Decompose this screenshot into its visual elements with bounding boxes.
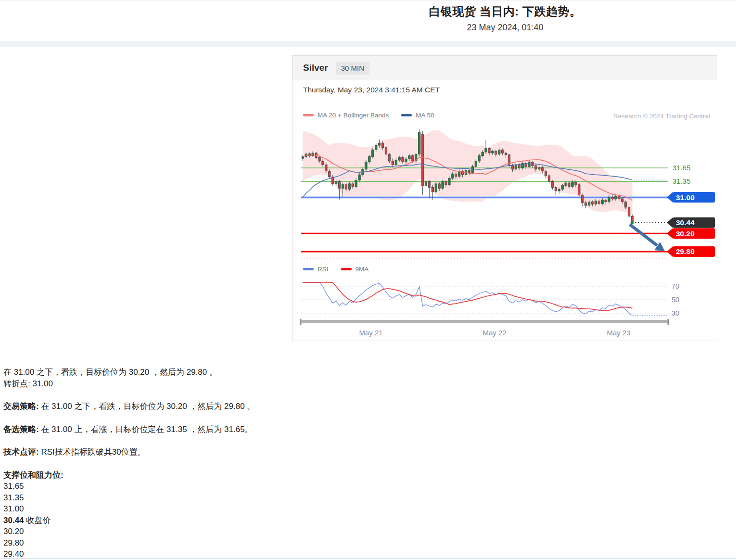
legend-item: RSI (303, 266, 329, 273)
level-item: 31.65 (3, 481, 533, 492)
rsi-tick-50: 50 (672, 296, 679, 304)
price-pane: 31.6531.3531.0030.4430.2029.80 (301, 129, 715, 258)
rsi-9ma-line (303, 282, 633, 311)
svg-text:29.80: 29.80 (676, 247, 695, 255)
legend-swatch (341, 268, 352, 270)
analysis-sections: 交易策略: 在 31.00 之下，看跌，目标价位为 30.20 ，然后为 29.… (3, 401, 533, 458)
trend-arrow-shaft (630, 225, 657, 246)
section-text: 在 31.00 上，看涨，目标价位定在 31.35 ，然后为 31.65。 (39, 425, 253, 434)
analysis-section: 交易策略: 在 31.00 之下，看跌，目标价位为 30.20 ，然后为 29.… (3, 401, 533, 412)
rsi-tick-70: 70 (672, 282, 679, 290)
section-label: 交易策略: (3, 402, 39, 411)
level-value-bold: 30.44 (3, 516, 24, 525)
x-axis-label: May 21 (359, 329, 382, 337)
copyright-text: Research © 2024 Trading Central (613, 113, 710, 120)
chart-card: Silver 30 MIN Thursday, May 23, 2024 3:4… (292, 55, 717, 341)
legend-label: MA 20 + Bollinger Bands (317, 112, 389, 119)
levels-list: 31.6531.3531.0030.44 收盘价30.2029.8029.40 (3, 481, 533, 560)
svg-text:31.00: 31.00 (676, 193, 695, 202)
price-legend: MA 20 + Bollinger BandsMA 50 (303, 112, 434, 119)
legend-swatch (303, 114, 314, 116)
rsi-tick-30: 30 (672, 309, 679, 317)
legend-label: 9MA (355, 266, 369, 273)
level-item: 29.80 (3, 537, 533, 549)
analysis-section: 备选策略: 在 31.00 上，看涨，目标价位定在 31.35 ，然后为 31.… (3, 424, 533, 435)
range-slider[interactable] (301, 320, 668, 323)
top-divider (0, 0, 736, 0)
level-badge-30.44: 30.44 (667, 217, 715, 228)
summary-line: 在 31.00 之下，看跌，目标价位为 30.20 ，然后为 29.80 。 (3, 368, 217, 377)
level-badge-29.80: 29.80 (667, 246, 715, 257)
level-badge-30.20: 30.20 (667, 228, 715, 239)
level-badge-31.00: 31.00 (667, 192, 715, 203)
page-title: 白银现货 当日内: 下跌趋势。 (293, 4, 717, 19)
legend-swatch (401, 114, 412, 116)
legend-swatch (303, 268, 314, 270)
last-close-dot (631, 221, 634, 224)
bottom-divider (0, 558, 736, 559)
levels-header: 支撑位和阻力位: (3, 470, 533, 481)
page-date: 23 May 2024, 01:40 (293, 23, 717, 33)
level-item: 30.44 收盘价 (3, 515, 533, 526)
section-label: 技术点评: (3, 447, 39, 457)
report-header: 白银现货 当日内: 下跌趋势。 23 May 2024, 01:40 (293, 4, 717, 33)
level-item: 31.00 (3, 503, 533, 515)
x-axis: May 21May 22May 23 (300, 319, 669, 337)
svg-text:30.44: 30.44 (676, 218, 695, 227)
legend-label: RSI (317, 266, 329, 273)
section-text: RSI技术指标跌破其30位置。 (39, 447, 146, 457)
level-label-31.35: 31.35 (673, 177, 691, 185)
x-axis-label: May 22 (482, 329, 506, 337)
legend-item: MA 20 + Bollinger Bands (303, 112, 389, 119)
range-slider-right-cap (668, 319, 670, 325)
summary-paragraph: 在 31.00 之下，看跌，目标价位为 30.20 ，然后为 29.80 。 转… (3, 367, 533, 389)
analysis-text: 在 31.00 之下，看跌，目标价位为 30.20 ，然后为 29.80 。 转… (3, 367, 533, 560)
levels-header-label: 支撑位和阻力位: (3, 471, 63, 480)
level-item: 30.20 (3, 526, 533, 537)
price-rsi-chart[interactable]: 31.6531.3531.0030.4430.2029.80705030May … (292, 56, 717, 341)
level-item: 31.35 (3, 492, 533, 504)
range-slider-left-cap (300, 319, 302, 325)
x-axis-label: May 23 (607, 329, 630, 337)
section-text: 在 31.00 之下，看跌，目标价位为 30.20 ，然后为 29.80 。 (39, 402, 255, 411)
section-label: 备选策略: (3, 425, 39, 434)
rsi-pane: 705030 (301, 282, 679, 317)
analysis-section: 技术点评: RSI技术指标跌破其30位置。 (3, 446, 533, 458)
header-separator-band (0, 41, 736, 47)
legend-item: MA 50 (401, 112, 434, 119)
rsi-legend: RSI9MA (303, 266, 368, 273)
rsi-line (303, 282, 633, 316)
level-label-31.65: 31.65 (673, 164, 691, 172)
pivot-line: 转折点: 31.00 (3, 379, 53, 388)
svg-text:30.20: 30.20 (676, 229, 695, 238)
bollinger-band (303, 130, 633, 219)
legend-label: MA 50 (416, 112, 434, 119)
legend-item: 9MA (341, 266, 369, 273)
